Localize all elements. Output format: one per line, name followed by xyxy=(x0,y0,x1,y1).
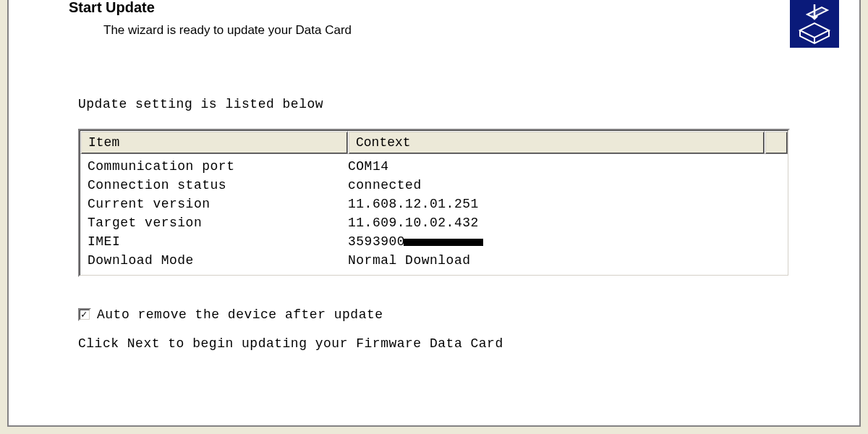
table-row[interactable]: Connection statusconnected xyxy=(80,176,788,195)
cell-item: Target version xyxy=(88,213,348,232)
cell-item: Connection status xyxy=(88,176,348,195)
table-row[interactable]: Target version11.609.10.02.432 xyxy=(80,213,788,232)
column-header-spacer xyxy=(765,131,788,154)
cell-item: Communication port xyxy=(88,157,348,176)
cell-context: 11.608.12.01.251 xyxy=(348,195,780,213)
cell-item: Current version xyxy=(88,195,348,213)
page-subtitle: The wizard is ready to update your Data … xyxy=(29,23,839,38)
cell-context: connected xyxy=(348,176,780,195)
column-header-item[interactable]: Item xyxy=(80,131,348,154)
content-section: Update setting is listed below Item Cont… xyxy=(9,97,859,277)
cell-context: 3593900 xyxy=(348,232,780,251)
table-body: Communication portCOM14Connection status… xyxy=(80,154,788,275)
auto-remove-checkbox-row: ✓ Auto remove the device after update xyxy=(78,307,790,322)
redacted-bar xyxy=(404,239,483,246)
cell-item: Download Mode xyxy=(88,251,348,270)
settings-label: Update setting is listed below xyxy=(78,97,790,111)
cell-item: IMEI xyxy=(88,232,348,251)
wizard-header: Start Update The wizard is ready to upda… xyxy=(9,0,859,38)
table-row[interactable]: Current version11.608.12.01.251 xyxy=(80,195,788,213)
column-header-context[interactable]: Context xyxy=(348,131,765,154)
table-row[interactable]: Download ModeNormal Download xyxy=(80,251,788,270)
wizard-window: Start Update The wizard is ready to upda… xyxy=(7,0,861,427)
checkmark-icon: ✓ xyxy=(81,308,88,320)
data-card-icon xyxy=(790,0,839,48)
checkbox-label: Auto remove the device after update xyxy=(97,307,383,322)
table-row[interactable]: IMEI3593900 xyxy=(80,232,788,251)
table-row[interactable]: Communication portCOM14 xyxy=(80,157,788,176)
footer-section: ✓ Auto remove the device after update Cl… xyxy=(9,307,859,351)
page-title: Start Update xyxy=(29,0,839,14)
auto-remove-checkbox[interactable]: ✓ xyxy=(78,308,91,321)
table-header: Item Context xyxy=(80,131,788,154)
cell-context: COM14 xyxy=(348,157,780,176)
cell-context: 11.609.10.02.432 xyxy=(348,213,780,232)
cell-context: Normal Download xyxy=(348,251,780,270)
instruction-text: Click Next to begin updating your Firmwa… xyxy=(78,336,790,351)
settings-table: Item Context Communication portCOM14Conn… xyxy=(78,129,790,277)
